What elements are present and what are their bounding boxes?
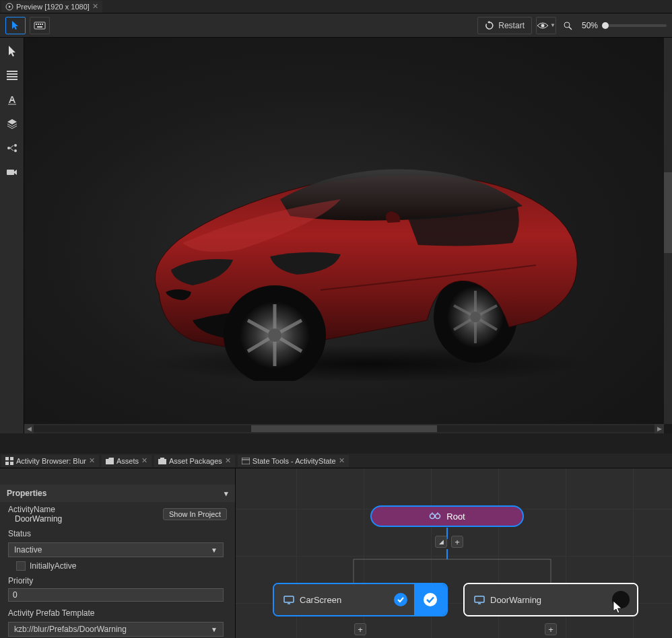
scroll-right-icon[interactable]: ▶ [654, 424, 664, 433]
vertical-scrollbar-thumb[interactable] [664, 172, 672, 253]
interact-tool-button[interactable] [5, 17, 26, 34]
close-icon[interactable]: ✕ [141, 456, 147, 465]
tab-assets[interactable]: Assets ✕ [102, 455, 152, 467]
svg-point-7 [541, 24, 545, 27]
node-root-add[interactable]: + [451, 536, 463, 548]
restart-button[interactable]: Restart [477, 17, 532, 34]
properties-panel: Properties ▾ ActivityName DoorWarning Sh… [0, 468, 236, 638]
properties-title: Properties [7, 489, 46, 498]
svg-rect-10 [7, 71, 18, 72]
node-doorwarning[interactable]: DoorWarning [463, 583, 638, 616]
activity-name-label: ActivityName [8, 505, 62, 514]
tab-activity-browser-label: Activity Browser: Blur [16, 457, 86, 465]
horizontal-scrollbar-thumb[interactable] [251, 425, 438, 432]
chevron-down-icon: ▼ [211, 626, 217, 633]
package-icon [158, 458, 166, 464]
svg-rect-44 [242, 458, 250, 464]
priority-label: Priority [8, 576, 227, 586]
canvas[interactable] [24, 38, 664, 424]
svg-rect-2 [36, 24, 37, 25]
assets-icon [106, 458, 114, 464]
radio-off-icon[interactable] [612, 591, 630, 608]
text-tool[interactable] [4, 92, 20, 108]
preview-tab-label: Preview [1920 x 1080] [16, 3, 90, 11]
activity-name-value: DoorWarning [8, 514, 62, 524]
svg-point-37 [470, 312, 481, 322]
node-root-expand[interactable]: ◢ [435, 536, 447, 548]
play-circle-icon [5, 3, 13, 11]
svg-rect-12 [7, 76, 18, 77]
node-doorwarning-label: DoorWarning [490, 595, 541, 605]
horizontal-scrollbar[interactable]: ◀ ▶ [24, 424, 664, 433]
node-carscreen-add[interactable]: + [354, 623, 366, 635]
vertical-scrollbar[interactable] [664, 38, 672, 424]
activity-graph[interactable]: Root ◢ + CarScreen + DoorWarning [236, 468, 672, 638]
close-icon[interactable]: ✕ [92, 2, 98, 11]
svg-rect-13 [7, 79, 18, 80]
screen-icon [283, 596, 294, 604]
preview-viewport[interactable]: ◀ ▶ [24, 38, 672, 433]
tab-state-tools[interactable]: State Tools - ActivityState ✕ [238, 455, 349, 467]
lower-tab-strip: Activity Browser: Blur ✕ Assets ✕ Asset … [0, 454, 672, 468]
status-dropdown[interactable]: Inactive ▼ [8, 542, 224, 557]
tab-asset-packages-label: Asset Packages [169, 457, 222, 465]
close-icon[interactable]: ✕ [339, 456, 345, 465]
node-carscreen[interactable]: CarScreen [273, 583, 448, 616]
svg-point-58 [424, 593, 437, 606]
car-render [119, 98, 603, 381]
close-icon[interactable]: ✕ [225, 456, 231, 465]
eye-icon [537, 22, 549, 30]
svg-point-16 [14, 144, 17, 147]
cursor-icon [7, 45, 17, 57]
node-carscreen-activate[interactable] [414, 584, 446, 615]
chevron-down-icon[interactable]: ▾ [224, 489, 228, 498]
zoom-slider[interactable] [605, 24, 667, 27]
initially-active-label: InitiallyActive [30, 561, 76, 571]
zoom-button[interactable] [560, 17, 575, 34]
grid-tool[interactable] [4, 67, 20, 83]
branch-tool[interactable] [4, 140, 20, 156]
scroll-left-icon[interactable]: ◀ [24, 424, 34, 433]
tab-asset-packages[interactable]: Asset Packages ✕ [154, 455, 235, 467]
svg-rect-18 [7, 170, 14, 175]
close-icon[interactable]: ✕ [89, 456, 95, 465]
state-tools-icon [242, 458, 250, 464]
camera-tool[interactable] [4, 164, 20, 180]
keyboard-tool-button[interactable] [30, 17, 50, 34]
restart-icon [485, 21, 494, 30]
layers-tool[interactable] [4, 116, 20, 132]
check-circle-icon [422, 592, 438, 608]
chevron-down-icon: ▼ [211, 546, 217, 554]
svg-point-8 [564, 22, 570, 28]
prefab-template-dropdown[interactable]: kzb://blur/Prefabs/DoorWarning ▼ [8, 622, 224, 637]
svg-rect-40 [5, 462, 9, 465]
tab-activity-browser[interactable]: Activity Browser: Blur ✕ [1, 455, 99, 467]
prefab-template-label: Activity Prefab Template [8, 608, 227, 618]
node-doorwarning-add[interactable]: + [545, 623, 557, 635]
magnifier-icon [563, 21, 572, 30]
text-icon [7, 94, 18, 105]
preview-tab[interactable]: Preview [1920 x 1080] ✕ [1, 1, 102, 13]
svg-rect-41 [10, 462, 13, 465]
svg-point-52 [430, 514, 435, 519]
priority-value: 0 [13, 590, 18, 600]
priority-input[interactable]: 0 [8, 588, 224, 602]
zoom-slider-thumb[interactable] [602, 22, 609, 29]
properties-header[interactable]: Properties ▾ [0, 485, 235, 502]
status-value: Inactive [14, 545, 42, 555]
initially-active-checkbox[interactable] [16, 561, 26, 571]
layers-icon [7, 118, 18, 129]
left-tool-rail [0, 38, 24, 433]
visibility-button[interactable]: ▼ [536, 17, 556, 34]
svg-rect-38 [5, 457, 9, 460]
screen-icon [474, 596, 485, 604]
activity-browser-icon [5, 457, 13, 465]
svg-rect-56 [284, 596, 294, 602]
node-root[interactable]: Root [370, 505, 524, 527]
show-in-project-button[interactable]: Show In Project [163, 508, 227, 520]
select-tool[interactable] [4, 43, 20, 59]
svg-rect-59 [475, 596, 484, 602]
root-icon [429, 511, 441, 521]
node-doorwarning-activate[interactable] [605, 584, 637, 615]
svg-rect-43 [160, 458, 164, 460]
